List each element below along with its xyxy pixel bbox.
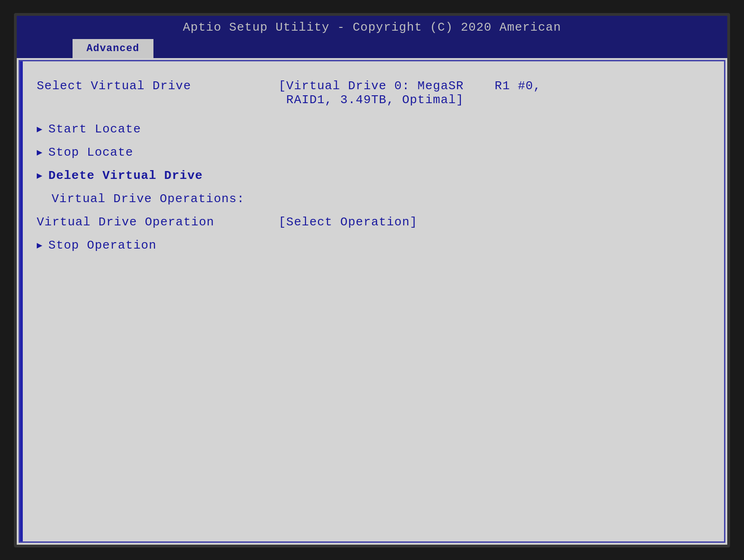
delete-vd-arrow: ▶ bbox=[37, 170, 43, 181]
content-area: Select Virtual Drive [Virtual Drive 0: M… bbox=[19, 60, 725, 543]
start-locate-arrow: ▶ bbox=[37, 123, 43, 135]
virtual-drive-operation-row[interactable]: Virtual Drive Operation [Select Operatio… bbox=[37, 211, 710, 234]
virtual-drive-operation-label: Virtual Drive Operation bbox=[37, 215, 279, 229]
virtual-drive-operations-label: Virtual Drive Operations: bbox=[37, 192, 279, 206]
virtual-drive-operations-row: Virtual Drive Operations: bbox=[37, 187, 710, 211]
stop-locate-arrow: ▶ bbox=[37, 146, 43, 158]
stop-op-label: Stop Operation bbox=[48, 238, 156, 252]
start-locate-item[interactable]: ▶ Start Locate bbox=[37, 118, 710, 141]
title-bar: Aptio Setup Utility - Copyright (C) 2020… bbox=[17, 16, 727, 39]
delete-virtual-drive-item[interactable]: ▶ Delete Virtual Drive bbox=[37, 164, 710, 187]
select-virtual-drive-label[interactable]: Select Virtual Drive bbox=[37, 79, 279, 93]
advanced-tab[interactable]: Advanced bbox=[73, 39, 153, 58]
delete-vd-label: Delete Virtual Drive bbox=[48, 169, 203, 183]
title-text: Aptio Setup Utility - Copyright (C) 2020… bbox=[183, 20, 561, 34]
stop-op-arrow: ▶ bbox=[37, 239, 43, 251]
tab-bar: Advanced bbox=[17, 39, 727, 58]
bios-screen: Aptio Setup Utility - Copyright (C) 2020… bbox=[14, 13, 730, 547]
main-content: Select Virtual Drive [Virtual Drive 0: M… bbox=[23, 61, 724, 541]
virtual-drive-operation-value: [Select Operation] bbox=[279, 215, 418, 229]
stop-locate-item[interactable]: ▶ Stop Locate bbox=[37, 141, 710, 164]
stop-locate-label: Stop Locate bbox=[48, 145, 133, 159]
select-virtual-drive-row: Select Virtual Drive [Virtual Drive 0: M… bbox=[37, 71, 710, 115]
start-locate-label: Start Locate bbox=[48, 122, 141, 136]
menu-items: ▶ Start Locate ▶ Stop Locate ▶ Delete Vi… bbox=[37, 118, 710, 257]
select-virtual-drive-value: [Virtual Drive 0: MegaSR R1 #0, RAID1, 3… bbox=[279, 79, 541, 107]
stop-operation-item[interactable]: ▶ Stop Operation bbox=[37, 234, 710, 257]
